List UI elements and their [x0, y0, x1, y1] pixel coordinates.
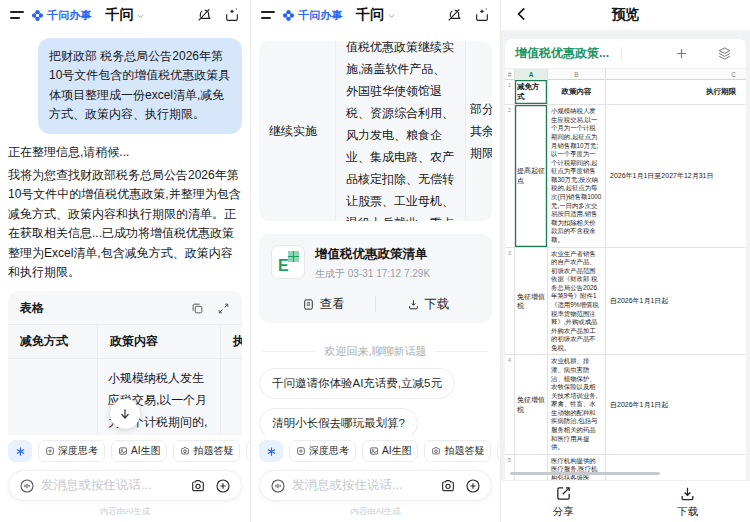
view-file-label: 查看	[320, 296, 345, 313]
tool-chips-row: 深度思考 AI生图 拍题答疑 AI生	[0, 440, 250, 462]
row-number: 3	[505, 248, 515, 355]
file-card: E 增值税优惠政策清单 生成于 03-31 17:12 7.29K 查看 下载	[259, 234, 492, 323]
download-label: 下载	[677, 505, 698, 519]
download-file-label: 下载	[425, 296, 450, 313]
photo-qa-label: 拍题答疑	[444, 444, 484, 458]
model-selector[interactable]: 千问	[356, 6, 395, 24]
deep-think-icon	[45, 446, 55, 456]
back-button[interactable]	[513, 5, 531, 23]
voice-icon[interactable]	[19, 478, 35, 494]
row-number: 5	[505, 455, 515, 480]
view-file-button[interactable]: 查看	[271, 296, 375, 313]
sheet-row: 4 免征增值税 农业机耕、排灌、病虫害防治、植物保护、农牧保险以及相关技术培训业…	[505, 355, 746, 454]
deep-think-chip[interactable]: 深度思考	[289, 440, 356, 462]
ai-image-icon	[118, 446, 128, 456]
cell-content: 值税优惠政策继续实施,涵盖软件产品、外国驻华使领馆退税、资源综合利用、风力发电、…	[346, 41, 455, 221]
qianwen-logo-icon	[282, 9, 295, 22]
sheet-column-header: # A B C	[505, 69, 746, 80]
photo-qa-chip[interactable]: 拍题答疑	[424, 440, 491, 462]
photo-qa-icon	[431, 446, 441, 456]
photo-qa-chip[interactable]: 拍题答疑	[173, 440, 240, 462]
download-button[interactable]: 下载	[626, 481, 750, 522]
file-name: 增值税优惠政策清单	[315, 245, 430, 263]
ai-video-chip[interactable]: AI生	[246, 440, 250, 462]
cell-period[interactable]: 自2026年1月1日起	[606, 455, 746, 480]
cell-policy[interactable]: 农业生产者销售的自产农产品、初级农产品范围依据《财政部 税务总局公告2026年第…	[548, 248, 606, 355]
sheet-data-rows: 2 提高起征点 小规模纳税人发生应税交易,以一个月为一个计税期间的,起征点为月销…	[505, 105, 746, 480]
skills-chip[interactable]	[259, 440, 283, 462]
cell-period[interactable]: 自2026年1月1日起	[606, 248, 746, 355]
chat-bottom-area: 深度思考 AI生图 拍题答疑 AI生 发消息或按住说话... 内容由AI	[0, 435, 250, 522]
app-logo-text: 千问办事	[47, 8, 92, 23]
cell-method[interactable]: 提高起征点	[515, 105, 548, 246]
chevron-down-icon	[387, 12, 395, 20]
download-icon	[679, 485, 696, 502]
deep-think-label: 深度思考	[309, 444, 349, 458]
ai-image-icon	[369, 446, 379, 456]
row-number: 1	[505, 80, 515, 104]
cell-period[interactable]: 2026年1月1日至2027年12月31日	[606, 105, 746, 246]
add-sheet-icon[interactable]	[674, 46, 689, 61]
message-input[interactable]: 发消息或按住说话...	[259, 470, 492, 501]
input-placeholder: 发消息或按住说话...	[41, 477, 190, 494]
model-selector[interactable]: 千问	[106, 6, 145, 24]
plus-circle-icon[interactable]	[215, 478, 231, 494]
cell-method[interactable]: 免征增值税	[515, 248, 548, 355]
sheet-row: 2 提高起征点 小规模纳税人发生应税交易,以一个月为一个计税期间的,起征点为月销…	[505, 105, 746, 247]
cell-policy[interactable]: 医疗机构提供的医疗服务,医疗机构包括各级医院、门诊部、卫生院、疾控中心、妇幼保健…	[548, 455, 606, 480]
cell-period[interactable]: 自2026年1月1日起	[606, 355, 746, 453]
camera-icon[interactable]	[190, 478, 206, 494]
menu-icon[interactable]	[261, 11, 275, 18]
ai-image-label: AI生图	[382, 444, 411, 458]
sheets-layers-icon[interactable]	[717, 46, 732, 61]
sheet-header-row: 1 减免方式 政策内容 执行期限	[505, 80, 746, 105]
cell-c1[interactable]: 执行期限	[606, 80, 746, 104]
spreadsheet-preview[interactable]: # A B C 1 减免方式 政策内容 执行期限 2 提高起征点 小规模纳税人发…	[505, 68, 746, 480]
assistant-message-text: 我将为您查找财政部税务总局公告2026年第10号文件中的增值税优惠政策,并整理为…	[8, 166, 242, 283]
sheet-tab[interactable]: 增值税优惠政策...	[515, 45, 609, 62]
cell-method[interactable]: 免征增值税	[515, 455, 548, 480]
skills-chip[interactable]	[8, 440, 32, 462]
photo-qa-label: 拍题答疑	[193, 444, 233, 458]
message-input[interactable]: 发消息或按住说话...	[8, 470, 242, 501]
expand-icon[interactable]	[217, 302, 230, 315]
deep-think-chip[interactable]: 深度思考	[38, 440, 105, 462]
ai-image-chip[interactable]: AI生图	[362, 440, 418, 462]
app-logo: 千问办事	[282, 8, 343, 23]
plus-circle-icon[interactable]	[465, 478, 481, 494]
cell-policy[interactable]: 小规模纳税人发生应税交易,以一个月为一个计税期间的,起征点为月销售额10万元;以…	[548, 105, 606, 246]
share-label: 分享	[553, 505, 574, 519]
back-chevron-icon	[513, 5, 531, 23]
download-file-button[interactable]: 下载	[376, 296, 480, 313]
ai-video-chip[interactable]: AI生	[497, 440, 500, 462]
ai-image-chip[interactable]: AI生图	[111, 440, 167, 462]
ai-generated-note: 内容由AI生成	[251, 501, 500, 522]
new-chat-icon[interactable]	[224, 7, 240, 23]
row-number: 4	[505, 355, 515, 453]
cell-a1[interactable]: 减免方式	[515, 80, 548, 104]
scroll-to-bottom-button[interactable]	[110, 399, 140, 429]
download-icon	[407, 298, 420, 311]
voice-icon[interactable]	[270, 478, 286, 494]
chat-panel-middle: 千问办事 千问 继续实施 值税优惠政策继续实施,涵盖软件产品、外国驻华使领馆退税…	[250, 0, 500, 522]
share-button[interactable]: 分享	[501, 481, 626, 522]
suggestion-chip[interactable]: 千问邀请你体验AI充话费,立减5元	[259, 368, 455, 399]
share-icon	[555, 485, 572, 502]
cell-period-fragment: 部分 其余 期限	[470, 98, 492, 164]
ai-image-label: AI生图	[131, 444, 160, 458]
menu-icon[interactable]	[10, 11, 24, 18]
horizontal-scrollbar[interactable]	[510, 472, 660, 476]
camera-icon[interactable]	[440, 478, 456, 494]
mute-icon[interactable]	[196, 7, 212, 23]
excel-file-icon: E	[271, 245, 305, 279]
chat-header: 千问办事 千问	[251, 0, 500, 30]
preview-header: 预览	[501, 0, 750, 30]
mute-icon[interactable]	[446, 7, 462, 23]
sheet-row: 5 免征增值税 医疗机构提供的医疗服务,医疗机构包括各级医院、门诊部、卫生院、疾…	[505, 455, 746, 480]
chat-bottom-area: 深度思考 AI生图 拍题答疑 AI生 发消息或按住说话... 内容由AI	[251, 435, 500, 522]
cell-b1[interactable]: 政策内容	[548, 80, 606, 104]
copy-icon[interactable]	[191, 302, 204, 315]
new-chat-icon[interactable]	[474, 7, 490, 23]
cell-method[interactable]: 免征增值税	[515, 355, 548, 453]
cell-policy[interactable]: 农业机耕、排灌、病虫害防治、植物保护、农牧保险以及相关技术培训业务,家禽、牲畜、…	[548, 355, 606, 453]
